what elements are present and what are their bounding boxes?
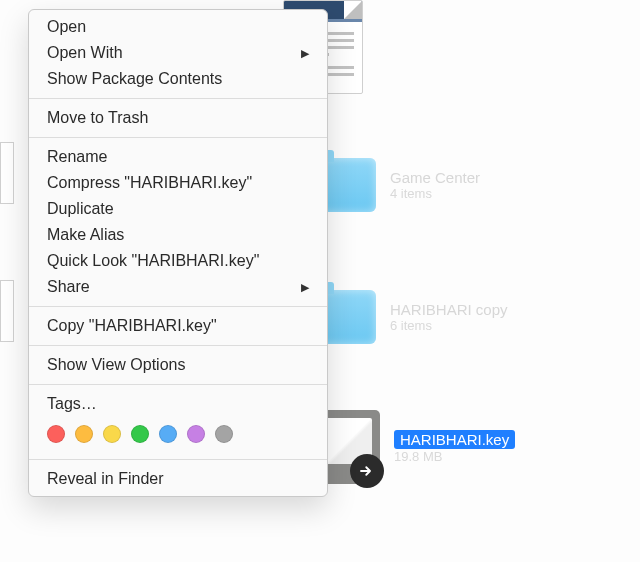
tag-blue[interactable] — [159, 425, 177, 443]
menu-move-to-trash[interactable]: Move to Trash — [29, 105, 327, 131]
tag-purple[interactable] — [187, 425, 205, 443]
tag-green[interactable] — [131, 425, 149, 443]
menu-separator — [29, 345, 327, 346]
tag-yellow[interactable] — [103, 425, 121, 443]
menu-label: Compress "HARIBHARI.key" — [47, 174, 252, 192]
background-thumbnail — [0, 280, 14, 342]
menu-label: Copy "HARIBHARI.key" — [47, 317, 217, 335]
menu-open-with[interactable]: Open With ▶ — [29, 40, 327, 66]
menu-label: Rename — [47, 148, 107, 166]
menu-label: Duplicate — [47, 200, 114, 218]
menu-label: Make Alias — [47, 226, 124, 244]
menu-open[interactable]: Open — [29, 14, 327, 40]
submenu-arrow-icon: ▶ — [301, 281, 309, 294]
submenu-arrow-icon: ▶ — [301, 47, 309, 60]
file-item-haribhari-key[interactable]: HARIBHARI.key 19.8 MB — [306, 410, 515, 484]
play-arrow-icon — [350, 454, 384, 488]
menu-label: Move to Trash — [47, 109, 148, 127]
tag-gray[interactable] — [215, 425, 233, 443]
file-item-haribhari-copy[interactable]: HARIBHARI copy 6 items — [312, 290, 508, 344]
menu-label: Share — [47, 278, 90, 296]
item-name: HARIBHARI copy — [390, 301, 508, 318]
menu-compress[interactable]: Compress "HARIBHARI.key" — [29, 170, 327, 196]
menu-label: Open With — [47, 44, 123, 62]
menu-reveal-in-finder[interactable]: Reveal in Finder — [29, 466, 327, 492]
menu-separator — [29, 459, 327, 460]
item-name-selected: HARIBHARI.key — [394, 430, 515, 449]
menu-make-alias[interactable]: Make Alias — [29, 222, 327, 248]
menu-copy[interactable]: Copy "HARIBHARI.key" — [29, 313, 327, 339]
menu-label: Quick Look "HARIBHARI.key" — [47, 252, 259, 270]
item-subtext: 4 items — [390, 186, 480, 201]
menu-duplicate[interactable]: Duplicate — [29, 196, 327, 222]
tag-red[interactable] — [47, 425, 65, 443]
menu-label: Tags… — [47, 395, 97, 413]
menu-show-package-contents[interactable]: Show Package Contents — [29, 66, 327, 92]
page-fold-icon — [344, 1, 362, 19]
menu-label: Reveal in Finder — [47, 470, 164, 488]
tag-orange[interactable] — [75, 425, 93, 443]
context-menu: Open Open With ▶ Show Package Contents M… — [28, 9, 328, 497]
menu-quick-look[interactable]: Quick Look "HARIBHARI.key" — [29, 248, 327, 274]
menu-separator — [29, 98, 327, 99]
item-subtext: 19.8 MB — [394, 449, 515, 464]
item-name: Game Center — [390, 169, 480, 186]
file-item-game-center[interactable]: Game Center 4 items — [312, 158, 480, 212]
menu-rename[interactable]: Rename — [29, 144, 327, 170]
menu-tags[interactable]: Tags… — [29, 391, 327, 417]
item-subtext: 6 items — [390, 318, 508, 333]
menu-separator — [29, 384, 327, 385]
menu-label: Show Package Contents — [47, 70, 222, 88]
tag-color-row — [29, 417, 327, 453]
menu-share[interactable]: Share ▶ — [29, 274, 327, 300]
menu-separator — [29, 306, 327, 307]
menu-separator — [29, 137, 327, 138]
menu-label: Show View Options — [47, 356, 185, 374]
menu-label: Open — [47, 18, 86, 36]
menu-show-view-options[interactable]: Show View Options — [29, 352, 327, 378]
background-thumbnail — [0, 142, 14, 204]
